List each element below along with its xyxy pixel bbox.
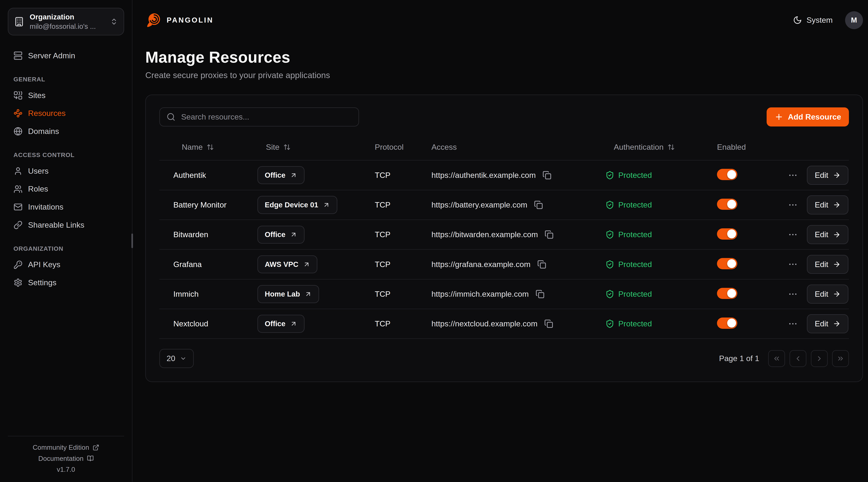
edit-label: Edit [815,230,828,239]
access-url: https://authentik.example.com [431,171,536,180]
site-name: Office [265,230,285,239]
enabled-toggle[interactable] [717,228,737,239]
theme-toggle[interactable]: System [793,15,833,25]
resource-name: Battery Monitor [173,200,257,210]
nav-label: API Keys [28,260,60,269]
first-page-button[interactable] [768,350,785,367]
external-arrow-icon [305,290,312,298]
sidebar-resize-handle[interactable] [131,233,133,248]
copy-button[interactable] [544,229,555,240]
site-link-button[interactable]: Home Lab [257,285,319,303]
add-resource-button[interactable]: Add Resource [767,107,849,127]
auth-label: Protected [618,319,652,328]
edit-button[interactable]: Edit [807,255,848,274]
sidebar-item-settings[interactable]: Settings [8,274,124,292]
copy-icon [535,290,545,299]
enabled-toggle[interactable] [717,169,737,180]
nav-label: Resources [28,109,66,118]
edit-button[interactable]: Edit [807,285,848,303]
section-label-general: GENERAL [8,76,124,83]
copy-button[interactable] [543,318,555,329]
nav-item-server-admin[interactable]: Server Admin [8,47,124,65]
sidebar-item-api-keys[interactable]: API Keys [8,256,124,274]
row-menu-button[interactable] [787,288,799,300]
page-head: Manage Resources Create secure proxies t… [132,40,868,80]
nav-label: Invitations [28,202,64,212]
access-url: https://grafana.example.com [431,260,530,269]
ellipsis-icon [788,289,798,299]
site-link-button[interactable]: AWS VPC [257,255,317,273]
col-name[interactable]: Name [173,142,257,152]
enabled-toggle[interactable] [717,199,737,210]
chevron-down-icon [180,355,187,362]
edit-button[interactable]: Edit [807,195,848,215]
edit-label: Edit [815,200,828,210]
sidebar-item-shareable-links[interactable]: Shareable Links [8,216,124,234]
sidebar-item-resources[interactable]: Resources [8,104,124,122]
protocol-cell: TCP [375,290,431,299]
search-box[interactable] [159,107,359,127]
col-site[interactable]: Site [257,142,375,152]
arrow-right-icon [833,231,841,238]
copy-button[interactable] [536,259,547,270]
protocol-cell: TCP [375,260,431,269]
page-size-value: 20 [166,354,175,363]
search-input[interactable] [180,112,352,122]
site-name: Home Lab [265,290,300,298]
external-link-icon [93,444,99,451]
toggle-knob [727,200,736,209]
row-menu-button[interactable] [787,228,799,241]
site-link-button[interactable]: Office [257,315,304,332]
user-icon [13,167,23,175]
resource-name: Nextcloud [173,319,257,328]
sidebar: Organization milo@fossorial.io's ... Ser… [0,0,132,482]
arrow-right-icon [833,201,841,209]
row-menu-button[interactable] [787,169,799,181]
edit-button[interactable]: Edit [807,314,848,333]
server-icon [13,51,23,60]
site-link-button[interactable]: Office [257,226,304,244]
enabled-toggle[interactable] [717,258,737,269]
documentation-link[interactable]: Documentation [8,453,124,464]
sidebar-item-users[interactable]: Users [8,162,124,180]
copy-button[interactable] [534,289,546,300]
sidebar-item-sites[interactable]: Sites [8,87,124,104]
next-page-button[interactable] [811,350,828,367]
moon-icon [793,15,802,25]
toggle-knob [727,229,736,238]
table-body: Authentik Office TCP https://authentik.e… [159,160,849,339]
copy-button[interactable] [533,199,544,211]
sidebar-item-roles[interactable]: Roles [8,180,124,198]
edit-label: Edit [815,260,828,269]
auth-badge: Protected [606,290,717,299]
row-menu-button[interactable] [787,318,799,330]
edit-label: Edit [815,319,828,328]
col-authentication[interactable]: Authentication [606,142,717,152]
edit-button[interactable]: Edit [807,225,848,244]
sidebar-item-domains[interactable]: Domains [8,122,124,140]
site-link-button[interactable]: Office [257,166,304,184]
sidebar-item-invitations[interactable]: Invitations [8,198,124,216]
table-header: Name Site Protocol Access Authentication… [159,134,849,160]
avatar[interactable]: M [845,11,863,29]
edit-button[interactable]: Edit [807,166,848,185]
prev-page-button[interactable] [789,350,806,367]
auth-badge: Protected [606,200,717,210]
row-menu-button[interactable] [787,199,799,211]
toolbar: Add Resource [159,107,849,127]
copy-button[interactable] [541,169,553,181]
section-label-organization: ORGANIZATION [8,245,124,252]
org-title: Organization [30,13,104,21]
page-size-select[interactable]: 20 [159,349,194,368]
last-page-button[interactable] [832,350,849,367]
row-menu-button[interactable] [787,258,799,270]
enabled-toggle[interactable] [717,318,737,329]
community-edition-link[interactable]: Community Edition [8,442,124,453]
ellipsis-icon [788,170,798,180]
org-selector[interactable]: Organization milo@fossorial.io's ... [8,8,124,35]
toggle-knob [727,170,736,179]
enabled-toggle[interactable] [717,288,737,299]
brand-name: PANGOLIN [167,16,214,24]
site-link-button[interactable]: Edge Device 01 [257,196,337,214]
table-row: Grafana AWS VPC TCP https://grafana.exam… [159,249,849,279]
